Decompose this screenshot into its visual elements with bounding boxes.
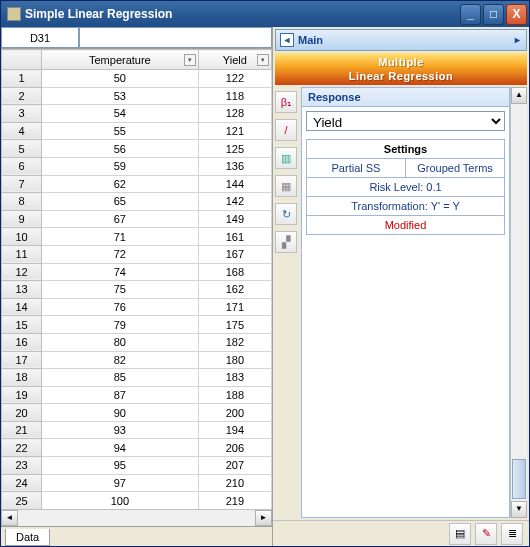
row-number[interactable]: 9 <box>2 210 42 228</box>
vscroll-track[interactable] <box>511 104 527 501</box>
row-number[interactable]: 17 <box>2 351 42 369</box>
grouped-terms-link[interactable]: Grouped Terms <box>405 159 504 177</box>
table-row[interactable]: 1885183 <box>2 369 272 387</box>
cell-temperature[interactable]: 65 <box>42 193 199 211</box>
minimize-button[interactable]: _ <box>460 4 481 25</box>
cell-yield[interactable]: 136 <box>198 157 271 175</box>
risk-level-link[interactable]: Risk Level: 0.1 <box>307 178 504 197</box>
list-icon[interactable]: ≣ <box>501 523 523 545</box>
vertical-scrollbar[interactable]: ▲ ▼ <box>510 87 527 518</box>
residual-icon[interactable]: ▦ <box>275 175 297 197</box>
cell-temperature[interactable]: 76 <box>42 298 199 316</box>
row-number[interactable]: 2 <box>2 87 42 105</box>
cell-yield[interactable]: 149 <box>198 210 271 228</box>
cell-yield[interactable]: 194 <box>198 421 271 439</box>
cell-temperature[interactable]: 56 <box>42 140 199 158</box>
row-number[interactable]: 25 <box>2 492 42 509</box>
table-row[interactable]: 253118 <box>2 87 272 105</box>
table-row[interactable]: 1476171 <box>2 298 272 316</box>
cell-yield[interactable]: 188 <box>198 386 271 404</box>
cell-temperature[interactable]: 54 <box>42 105 199 123</box>
hscroll-track[interactable] <box>18 510 255 526</box>
scroll-down-button[interactable]: ▼ <box>511 501 527 518</box>
row-number[interactable]: 15 <box>2 316 42 334</box>
cell-yield[interactable]: 122 <box>198 70 271 88</box>
row-number[interactable]: 16 <box>2 333 42 351</box>
diagnostics-icon[interactable]: ↻ <box>275 203 297 225</box>
cell-temperature[interactable]: 85 <box>42 369 199 387</box>
table-row[interactable]: 1782180 <box>2 351 272 369</box>
row-number[interactable]: 24 <box>2 474 42 492</box>
cell-temperature[interactable]: 75 <box>42 281 199 299</box>
cell-temperature[interactable]: 71 <box>42 228 199 246</box>
cell-yield[interactable]: 168 <box>198 263 271 281</box>
row-number[interactable]: 12 <box>2 263 42 281</box>
row-number[interactable]: 20 <box>2 404 42 422</box>
cell-yield[interactable]: 162 <box>198 281 271 299</box>
response-select[interactable]: Yield <box>306 111 505 131</box>
table-row[interactable]: 2090200 <box>2 404 272 422</box>
cell-reference-box[interactable]: D31 <box>1 27 79 48</box>
cell-temperature[interactable]: 74 <box>42 263 199 281</box>
cell-yield[interactable]: 206 <box>198 439 271 457</box>
table-row[interactable]: 1680182 <box>2 333 272 351</box>
cell-temperature[interactable]: 82 <box>42 351 199 369</box>
row-number[interactable]: 23 <box>2 457 42 475</box>
maximize-button[interactable]: □ <box>483 4 504 25</box>
row-number[interactable]: 7 <box>2 175 42 193</box>
table-row[interactable]: 1071161 <box>2 228 272 246</box>
column-header[interactable]: Temperature▾ <box>42 50 199 70</box>
cell-temperature[interactable]: 55 <box>42 122 199 140</box>
vscroll-thumb[interactable] <box>512 459 526 499</box>
table-row[interactable]: 1987188 <box>2 386 272 404</box>
table-row[interactable]: 354128 <box>2 105 272 123</box>
table-row[interactable]: 455121 <box>2 122 272 140</box>
row-number[interactable]: 5 <box>2 140 42 158</box>
row-number[interactable]: 14 <box>2 298 42 316</box>
cell-yield[interactable]: 142 <box>198 193 271 211</box>
row-number[interactable]: 18 <box>2 369 42 387</box>
scroll-right-button[interactable]: ► <box>255 510 272 526</box>
table-row[interactable]: 2193194 <box>2 421 272 439</box>
row-number[interactable]: 10 <box>2 228 42 246</box>
cell-temperature[interactable]: 100 <box>42 492 199 509</box>
notes-icon[interactable]: ✎ <box>475 523 497 545</box>
cell-yield[interactable]: 180 <box>198 351 271 369</box>
close-button[interactable]: X <box>506 4 527 25</box>
cell-temperature[interactable]: 59 <box>42 157 199 175</box>
cell-temperature[interactable]: 93 <box>42 421 199 439</box>
cell-yield[interactable]: 171 <box>198 298 271 316</box>
cell-temperature[interactable]: 95 <box>42 457 199 475</box>
cell-yield[interactable]: 167 <box>198 245 271 263</box>
row-number[interactable]: 21 <box>2 421 42 439</box>
cell-yield[interactable]: 118 <box>198 87 271 105</box>
cell-temperature[interactable]: 97 <box>42 474 199 492</box>
table-row[interactable]: 1172167 <box>2 245 272 263</box>
manage-icon[interactable]: ▤ <box>449 523 471 545</box>
cell-yield[interactable]: 125 <box>198 140 271 158</box>
column-filter-icon[interactable]: ▾ <box>184 54 196 66</box>
cell-temperature[interactable]: 53 <box>42 87 199 105</box>
table-row[interactable]: 659136 <box>2 157 272 175</box>
table-row[interactable]: 2294206 <box>2 439 272 457</box>
data-grid[interactable]: Temperature▾Yield▾1501222531183541284551… <box>1 49 272 509</box>
partial-ss-link[interactable]: Partial SS <box>307 159 405 177</box>
cell-yield[interactable]: 161 <box>198 228 271 246</box>
transformation-link[interactable]: Transformation: Y' = Y <box>307 197 504 216</box>
cell-yield[interactable]: 219 <box>198 492 271 509</box>
cell-yield[interactable]: 144 <box>198 175 271 193</box>
horizontal-scrollbar[interactable]: ◄ ► <box>1 509 272 526</box>
scatter-icon[interactable]: ▥ <box>275 147 297 169</box>
table-row[interactable]: 150122 <box>2 70 272 88</box>
cell-yield[interactable]: 175 <box>198 316 271 334</box>
table-row[interactable]: 2395207 <box>2 457 272 475</box>
cell-yield[interactable]: 183 <box>198 369 271 387</box>
coefficients-icon[interactable]: β₁ <box>275 91 297 113</box>
more-icon[interactable]: ► <box>513 35 522 45</box>
row-number[interactable]: 22 <box>2 439 42 457</box>
row-number[interactable]: 4 <box>2 122 42 140</box>
back-icon[interactable]: ◄ <box>280 33 294 47</box>
cell-yield[interactable]: 207 <box>198 457 271 475</box>
cell-temperature[interactable]: 79 <box>42 316 199 334</box>
table-row[interactable]: 1375162 <box>2 281 272 299</box>
